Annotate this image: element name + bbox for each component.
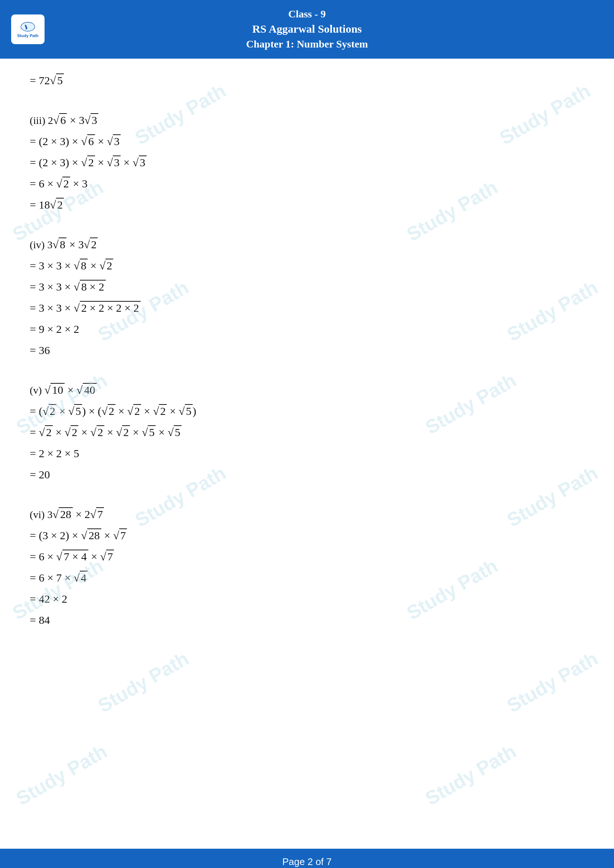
watermark: Study Path (503, 647, 602, 717)
section-iii-step4: = 18√2 (30, 194, 584, 215)
logo-text: Study Path (17, 33, 38, 38)
watermark: Study Path (422, 740, 520, 810)
main-content: Study Path Study Path Study Path Study P… (0, 59, 614, 868)
page-info: Page 2 of 7 (282, 856, 332, 867)
section-vi: (vi) 3√28 × 2√7 = (3 × 2) × √28 × √7 = 6… (30, 504, 584, 631)
section-vi-step5: = 84 (30, 609, 584, 631)
svg-point-0 (21, 22, 34, 31)
page-header: Study Path Class - 9 RS Aggarwal Solutio… (0, 0, 614, 59)
section-vi-step2: = 6 × √7 × 4 × √7 (30, 546, 584, 567)
section-v-label: (v) √10 × √40 (30, 379, 584, 400)
watermark: Study Path (94, 647, 192, 717)
section-iii-step3: = 6 × √2 × 3 (30, 173, 584, 194)
intro-section: = 72√5 (30, 70, 584, 91)
section-vi-step3: = 6 × 7 × √4 (30, 567, 584, 588)
section-iv-step3: = 3 × 3 × √2 × 2 × 2 × 2 (30, 297, 584, 318)
section-iii: (iii) 2√6 × 3√3 = (2 × 3) × √6 × √3 = (2… (30, 110, 584, 215)
section-iv-label: (iv) 3√8 × 3√2 (30, 234, 584, 255)
header-class: Class - 9 (8, 7, 606, 21)
section-iv-step5: = 36 (30, 339, 584, 361)
section-iii-label: (iii) 2√6 × 3√3 (30, 110, 584, 131)
section-iii-step1: = (2 × 3) × √6 × √3 (30, 131, 584, 152)
intro-line: = 72√5 (30, 70, 584, 91)
section-vi-step4: = 42 × 2 (30, 588, 584, 609)
section-iv-step1: = 3 × 3 × √8 × √2 (30, 255, 584, 276)
section-v-step2: = √2 × √2 × √2 × √2 × √5 × √5 (30, 422, 584, 443)
section-iv-step2: = 3 × 3 × √8 × 2 (30, 276, 584, 297)
section-iv-step4: = 9 × 2 × 2 (30, 318, 584, 339)
section-v: (v) √10 × √40 = (√2 × √5) × (√2 × √2 × √… (30, 379, 584, 485)
section-vi-step1: = (3 × 2) × √28 × √7 (30, 525, 584, 546)
header-chapter: Chapter 1: Number System (8, 37, 606, 51)
section-iv: (iv) 3√8 × 3√2 = 3 × 3 × √8 × √2 = 3 × 3… (30, 234, 584, 361)
section-v-step3: = 2 × 2 × 5 (30, 443, 584, 464)
page-footer: Page 2 of 7 (0, 849, 614, 868)
watermark: Study Path (12, 740, 111, 810)
section-v-step1: = (√2 × √5) × (√2 × √2 × √2 × √5) (30, 400, 584, 422)
logo: Study Path (11, 14, 45, 44)
section-iii-step2: = (2 × 3) × √2 × √3 × √3 (30, 152, 584, 173)
section-vi-label: (vi) 3√28 × 2√7 (30, 504, 584, 525)
section-v-step4: = 20 (30, 464, 584, 485)
header-book: RS Aggarwal Solutions (8, 21, 606, 37)
